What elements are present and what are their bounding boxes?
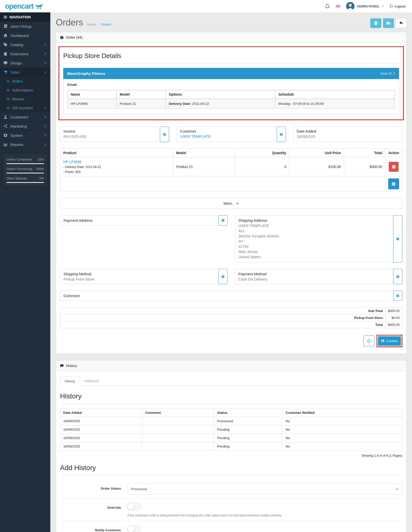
addresses-row: Payment Address Shipping Address USER TE… bbox=[60, 215, 402, 262]
pickup-product-model: Product 21 bbox=[117, 99, 166, 109]
order-comment-row: Comment bbox=[60, 291, 402, 301]
product-row: HP LP3065 - Delivery Date: 2011-04-22 - … bbox=[60, 157, 402, 176]
minus-circle-icon bbox=[392, 165, 396, 169]
printer-icon bbox=[374, 21, 378, 25]
remove-product-button[interactable] bbox=[389, 162, 399, 172]
shipping-address-edit-button[interactable] bbox=[393, 215, 402, 262]
print-invoice-button[interactable] bbox=[370, 18, 381, 28]
reply-arrow-icon bbox=[399, 21, 403, 25]
address-line: United States bbox=[238, 254, 390, 259]
sidebar-subitem-subscriptions[interactable]: Subscriptions bbox=[0, 86, 50, 95]
sidebar-item-label: Marketing bbox=[10, 124, 27, 128]
sidebar-item-label: Dashboard bbox=[10, 33, 29, 38]
sidebar-item-system[interactable]: System bbox=[0, 131, 50, 140]
sidebar-item-store-pickup[interactable]: Store Pickup bbox=[0, 22, 50, 31]
address-line: New Jersey bbox=[238, 249, 390, 254]
print-shipping-list-button[interactable] bbox=[383, 18, 394, 28]
sidebar-item-customers[interactable]: Customers bbox=[0, 112, 50, 122]
order-status-select[interactable]: Processed bbox=[127, 483, 402, 495]
stat-label: Orders Processing bbox=[6, 167, 32, 171]
order-comment-box: Comment bbox=[60, 291, 393, 301]
sidebar-subitem-label: Gift Vouchers bbox=[12, 106, 33, 110]
sidebar-subitem-orders[interactable]: Orders bbox=[0, 77, 50, 86]
sidebar-item-reports[interactable]: Reports bbox=[0, 140, 50, 149]
address-line: USER TEMPLATE bbox=[238, 223, 390, 228]
truck-icon bbox=[386, 21, 391, 26]
column-header: Options bbox=[166, 90, 275, 99]
chevron-down-icon bbox=[236, 202, 239, 205]
more-button[interactable]: More.. bbox=[60, 198, 402, 209]
sidebar-item-design[interactable]: Design bbox=[0, 58, 50, 68]
back-button[interactable] bbox=[396, 18, 407, 28]
invoice-edit-button[interactable] bbox=[160, 127, 169, 142]
tab-additional[interactable]: Additional bbox=[80, 377, 103, 386]
shipping-method-edit-button[interactable] bbox=[218, 269, 228, 284]
column-header: Total bbox=[344, 149, 385, 157]
override-toggle[interactable] bbox=[127, 503, 141, 510]
customer-label: Customer bbox=[180, 129, 273, 133]
uk-flag-icon bbox=[335, 4, 341, 8]
payment-address-edit-button[interactable] bbox=[218, 215, 228, 225]
sidebar-item-label: Design bbox=[10, 61, 22, 65]
admin-profile-menu[interactable]: ADMIN PANEL bbox=[346, 2, 384, 10]
stat-value: 0% bbox=[39, 177, 44, 180]
language-flag-button[interactable] bbox=[335, 4, 341, 8]
caret-down-icon bbox=[382, 5, 384, 7]
product-link[interactable]: HP LP3065 bbox=[63, 160, 82, 164]
payment-address-label: Payment Address bbox=[63, 218, 215, 223]
logo-text: opencart bbox=[5, 2, 33, 10]
sidebar-item-dashboard[interactable]: Dashboard bbox=[0, 31, 50, 40]
sidebar-subitem-returns[interactable]: Returns bbox=[0, 95, 50, 104]
sidebar-subitem-gift-vouchers[interactable]: Gift Vouchers bbox=[0, 104, 50, 112]
breadcrumb-home[interactable]: Home bbox=[87, 23, 96, 26]
notifications-bell-button[interactable] bbox=[325, 4, 330, 9]
save-icon bbox=[381, 339, 384, 343]
chevron-down-icon bbox=[44, 71, 47, 74]
customer-edit-button[interactable] bbox=[277, 127, 286, 142]
chevron-right-icon bbox=[44, 115, 47, 118]
payment-method-edit-button[interactable] bbox=[393, 269, 402, 284]
comment-bubble-icon bbox=[60, 364, 64, 368]
address-line: Jericho Turnpike Jericho, bbox=[238, 233, 390, 239]
opencart-logo[interactable]: opencart bbox=[5, 2, 43, 10]
double-chevron-icon bbox=[6, 88, 10, 92]
add-product-button[interactable] bbox=[388, 178, 399, 189]
gear-icon bbox=[163, 133, 166, 136]
total-label: Pickup From Store bbox=[60, 314, 385, 321]
payment-method-box: Payment Method Cash On Delivery bbox=[235, 269, 394, 284]
notify-customer-toggle[interactable] bbox=[127, 525, 141, 532]
monitor-icon bbox=[3, 61, 7, 65]
confirm-button[interactable]: Confirm bbox=[378, 336, 401, 346]
sidebar-item-catalog[interactable]: Catalog bbox=[0, 40, 50, 49]
product-cell: HP LP3065 - Delivery Date: 2011-04-22 - … bbox=[60, 157, 173, 176]
shipping-method-box: Shipping Method Pickup From Store bbox=[60, 269, 219, 284]
product-detail: - Points: 900 bbox=[63, 170, 170, 174]
sidebar-item-sales[interactable]: Sales bbox=[0, 68, 50, 77]
tag-icon bbox=[3, 43, 7, 47]
total-label: Total bbox=[60, 321, 385, 328]
refresh-button[interactable] bbox=[363, 336, 374, 346]
column-header: Schedule bbox=[275, 90, 395, 99]
history-comment bbox=[142, 434, 214, 442]
cart-icon bbox=[3, 70, 7, 74]
breadcrumb-orders[interactable]: Orders bbox=[101, 23, 111, 26]
toggle-knob bbox=[127, 525, 135, 532]
address-line: 401 bbox=[238, 228, 390, 233]
sidebar-item-label: Catalog bbox=[10, 43, 23, 47]
logout-icon bbox=[390, 4, 393, 8]
notify-customer-group: Notify Customer bbox=[60, 521, 402, 532]
user-icon bbox=[3, 115, 7, 119]
add-product-row bbox=[60, 176, 402, 192]
sidebar-item-marketing[interactable]: Marketing bbox=[0, 122, 50, 131]
page-header: Orders Home › Orders bbox=[50, 12, 412, 32]
sidebar-item-extensions[interactable]: Extensions bbox=[0, 49, 50, 58]
stat-value: 200% bbox=[36, 167, 44, 171]
order-comment-edit-button[interactable] bbox=[393, 291, 402, 301]
product-total: $300.00 bbox=[344, 157, 385, 176]
history-comment bbox=[142, 417, 214, 425]
puzzle-icon bbox=[3, 52, 7, 56]
logout-button[interactable]: Logout bbox=[390, 4, 406, 8]
divider bbox=[60, 404, 402, 404]
tab-history[interactable]: History bbox=[60, 377, 80, 386]
customer-link[interactable]: USER TEMPLATE bbox=[180, 134, 273, 139]
